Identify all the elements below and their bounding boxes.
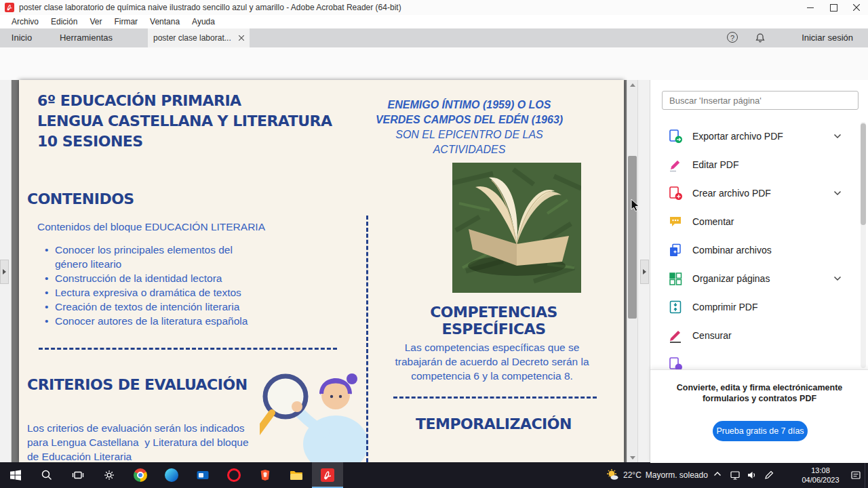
opera-icon[interactable] — [218, 462, 250, 488]
scroll-up-arrow[interactable] — [627, 80, 638, 89]
dashed-divider — [393, 396, 597, 399]
competencias-heading: COMPETENCIAS ESPECÍFICAS — [382, 304, 606, 338]
help-icon[interactable]: ? — [727, 32, 739, 44]
tab-herramientas[interactable]: Herramientas — [43, 28, 129, 47]
chrome-icon[interactable] — [125, 462, 156, 488]
tool-redact[interactable]: Censurar — [650, 321, 861, 350]
settings-gear-icon[interactable] — [94, 462, 125, 488]
open-book-photo — [452, 163, 581, 293]
clock-time: 13:08 — [792, 466, 849, 475]
tab-inicio[interactable]: Inicio — [0, 28, 43, 47]
criterios-body: Los criterios de evaluación serán los in… — [27, 421, 254, 462]
minimize-button[interactable] — [799, 0, 822, 15]
bullet-item: Creación de textos de intención literari… — [45, 300, 255, 314]
window-title: poster clase laboratorio de química naiv… — [19, 0, 401, 15]
task-view-icon[interactable] — [62, 462, 94, 488]
brave-icon[interactable] — [250, 462, 281, 488]
criterios-heading: CRITERIOS DE EVALUACIÓN — [27, 376, 248, 393]
document-scrollbar[interactable] — [627, 80, 638, 462]
menu-ayuda[interactable]: Ayuda — [186, 15, 221, 28]
bullet-item: Lectura expresiva o dramática de textos — [45, 285, 255, 300]
tool-compress-pdf[interactable]: Comprimir PDF — [650, 293, 861, 321]
tool-combine-files[interactable]: Combinar archivos — [650, 236, 861, 264]
menu-archivo[interactable]: Archivo — [5, 15, 45, 28]
redact-icon — [668, 328, 683, 343]
tray-pen-icon[interactable] — [764, 470, 774, 481]
tools-panel: Exportar archivo PDF Editar PDF Crear ar… — [650, 80, 868, 462]
combine-files-icon — [668, 243, 683, 258]
weather-temp: 22°C — [623, 470, 642, 480]
competencias-body: Las competencias específicas que se trab… — [392, 340, 592, 383]
menu-edicion[interactable]: Edición — [45, 15, 83, 28]
contenidos-heading: CONTENIDOS — [27, 190, 134, 207]
taskbar-clock[interactable]: 13:08 04/06/2023 — [792, 466, 849, 485]
close-button[interactable] — [845, 0, 868, 15]
create-pdf-icon — [668, 186, 683, 201]
dashed-divider — [39, 348, 337, 350]
organize-pages-icon — [668, 271, 683, 286]
tab-document-label: poster clase laborat... — [153, 33, 235, 43]
chevron-down-icon[interactable] — [833, 190, 842, 196]
show-desktop-button[interactable] — [865, 462, 868, 488]
edit-pdf-icon — [668, 157, 683, 172]
nav-pane-strip — [0, 80, 12, 462]
tool-edit-pdf[interactable]: Editar PDF — [650, 150, 861, 179]
contenidos-subtitle: Contenidos del bloque EDUCACIÓN LITERARI… — [37, 220, 265, 234]
maximize-button[interactable] — [822, 0, 845, 15]
promo-text: Convierte, edita y firma electrónicament… — [661, 382, 858, 404]
export-pdf-icon — [668, 129, 683, 144]
clock-date: 04/06/2023 — [792, 475, 849, 485]
comment-icon — [668, 214, 683, 229]
menu-bar: Archivo Edición Ver Firmar Ventana Ayuda — [0, 15, 868, 28]
panel-scrollbar[interactable] — [861, 122, 866, 368]
sign-in-button[interactable]: Iniciar sesión — [802, 28, 853, 47]
bullet-item: Conocer autores de la literatura español… — [45, 314, 255, 328]
bullet-item: Construcción de la identidad lectora — [45, 271, 255, 285]
tray-network-icon[interactable] — [730, 470, 741, 481]
outlook-icon[interactable] — [187, 462, 218, 488]
windows-taskbar: 22°C Mayorm. soleado 13:08 04/06/2023 — [0, 462, 868, 488]
contenidos-bullet-list: Conocer los principales elementos del gé… — [45, 243, 255, 328]
tab-close-icon[interactable] — [239, 35, 244, 41]
tool-export-pdf[interactable]: Exportar archivo PDF — [650, 122, 861, 150]
bullet-item: Conocer los principales elementos del gé… — [45, 243, 255, 271]
acrobat-reader-window: poster clase laboratorio de química naiv… — [0, 0, 868, 488]
nav-pane-toggle[interactable] — [0, 260, 9, 284]
tray-volume-icon[interactable] — [747, 470, 757, 481]
weather-condition: Mayorm. soleado — [646, 470, 708, 480]
tools-search-input[interactable] — [662, 91, 859, 110]
panel-scrollbar-thumb[interactable] — [861, 123, 866, 225]
pdf-page: 6º EDUCACIÓN PRIMARIA LENGUA CASTELLANA … — [19, 80, 624, 462]
weather-icon — [606, 468, 619, 482]
poster-highlight-text: ENEMIGO ÍNTIMO (1959) O LOS VERDES CAMPO… — [368, 98, 571, 157]
free-trial-button[interactable]: Prueba gratis de 7 días — [713, 421, 808, 441]
weather-widget[interactable]: 22°C Mayorm. soleado — [606, 462, 708, 488]
tool-create-pdf[interactable]: Crear archivo PDF — [650, 179, 861, 207]
taskbar-search-icon[interactable] — [31, 462, 62, 488]
tab-document[interactable]: poster clase laborat... — [148, 28, 250, 47]
temporalizacion-heading: TEMPORALIZACIÓN — [382, 415, 606, 432]
scroll-down-arrow[interactable] — [627, 453, 638, 462]
start-button[interactable] — [0, 462, 31, 488]
title-bar: poster clase laboratorio de química naiv… — [0, 0, 868, 16]
file-explorer-icon[interactable] — [281, 462, 312, 488]
notifications-bell-icon[interactable] — [754, 32, 766, 44]
menu-ver[interactable]: Ver — [83, 15, 108, 28]
main-toolbar: / 1 53% — [0, 47, 868, 81]
vertical-dashed-divider — [366, 216, 368, 462]
compress-pdf-icon — [668, 300, 683, 314]
tool-comment[interactable]: Comentar — [650, 207, 861, 236]
tab-bar: Inicio Herramientas poster clase laborat… — [0, 28, 868, 47]
acrobat-app-icon — [5, 3, 14, 12]
chevron-down-icon[interactable] — [833, 134, 842, 139]
chevron-down-icon[interactable] — [833, 276, 842, 281]
action-center-icon[interactable] — [850, 470, 861, 481]
scrollbar-thumb[interactable] — [628, 156, 637, 319]
tools-panel-toggle[interactable] — [640, 260, 649, 284]
tray-chevron-up-icon[interactable] — [713, 471, 724, 482]
tool-organize-pages[interactable]: Organizar páginas — [650, 264, 861, 293]
menu-ventana[interactable]: Ventana — [144, 15, 186, 28]
menu-firmar[interactable]: Firmar — [108, 15, 144, 28]
acrobat-taskbar-icon[interactable] — [312, 462, 343, 488]
edge-icon[interactable] — [156, 462, 187, 488]
